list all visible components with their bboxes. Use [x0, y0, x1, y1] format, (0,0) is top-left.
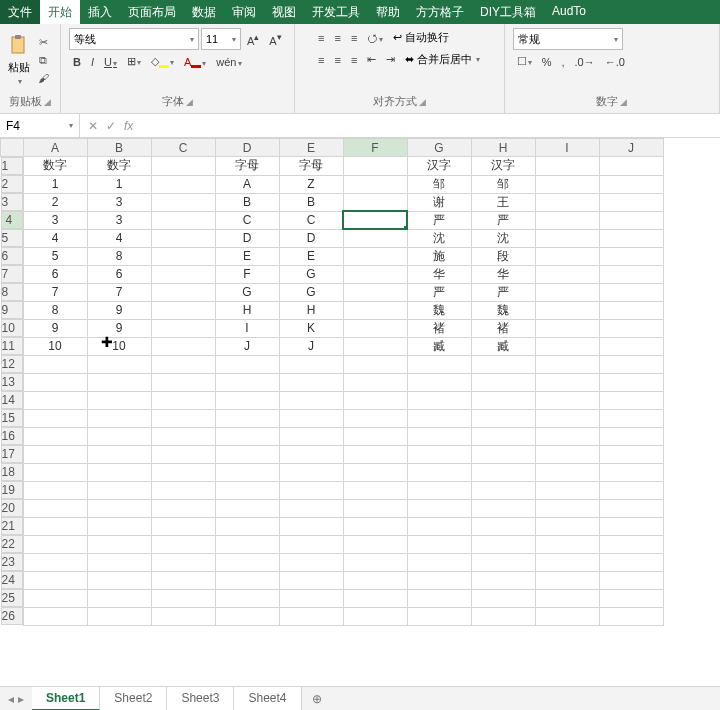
cell[interactable] [343, 427, 407, 445]
cell[interactable] [215, 445, 279, 463]
cell[interactable] [279, 589, 343, 607]
cell[interactable]: G [279, 265, 343, 283]
cell[interactable] [215, 553, 279, 571]
cell[interactable] [535, 157, 599, 176]
cell[interactable] [151, 157, 215, 176]
cell[interactable]: 6 [87, 265, 151, 283]
cell[interactable] [535, 337, 599, 355]
cell[interactable]: 严 [471, 283, 535, 301]
cell[interactable] [151, 229, 215, 247]
align-center-button[interactable]: ≡ [330, 52, 344, 68]
cell[interactable]: 数字 [87, 157, 151, 176]
row-header[interactable]: 7 [1, 265, 23, 283]
sheet-tab[interactable]: Sheet4 [234, 687, 301, 711]
cell[interactable] [599, 391, 663, 409]
cell[interactable]: K [279, 319, 343, 337]
cell[interactable] [23, 445, 87, 463]
cell[interactable] [599, 607, 663, 625]
row-header[interactable]: 10 [1, 319, 23, 337]
row-header[interactable]: 6 [1, 247, 23, 265]
row-header[interactable]: 5 [1, 229, 23, 247]
cell[interactable] [535, 445, 599, 463]
cell[interactable] [599, 229, 663, 247]
italic-button[interactable]: I [87, 54, 98, 70]
decrease-font-button[interactable]: A▾ [265, 29, 285, 49]
cell[interactable] [87, 553, 151, 571]
cell[interactable] [599, 301, 663, 319]
cell[interactable] [599, 175, 663, 193]
cell[interactable] [215, 463, 279, 481]
cell[interactable] [215, 535, 279, 553]
align-dialog-icon[interactable]: ◢ [419, 97, 426, 107]
cell[interactable] [151, 193, 215, 211]
cell[interactable] [23, 499, 87, 517]
tab-square[interactable]: 方方格子 [408, 0, 472, 24]
col-header-C[interactable]: C [151, 139, 215, 157]
cell[interactable] [215, 373, 279, 391]
cell[interactable] [215, 355, 279, 373]
row-header[interactable]: 9 [1, 301, 23, 319]
font-color-button[interactable]: A▾ [180, 54, 210, 70]
cell[interactable] [151, 175, 215, 193]
cell[interactable] [279, 481, 343, 499]
cell[interactable] [151, 337, 215, 355]
cell[interactable] [279, 427, 343, 445]
cell[interactable] [535, 283, 599, 301]
cell[interactable]: 10 [87, 337, 151, 355]
cell[interactable] [535, 247, 599, 265]
cell[interactable] [407, 391, 471, 409]
cell[interactable]: 臧 [407, 337, 471, 355]
cell[interactable] [151, 247, 215, 265]
cell[interactable] [151, 607, 215, 625]
cell[interactable]: 褚 [471, 319, 535, 337]
cell[interactable] [407, 571, 471, 589]
cell[interactable]: A [215, 175, 279, 193]
number-dialog-icon[interactable]: ◢ [620, 97, 627, 107]
cell[interactable] [151, 409, 215, 427]
cell[interactable] [87, 391, 151, 409]
cell[interactable]: 华 [407, 265, 471, 283]
col-header-F[interactable]: F [343, 139, 407, 157]
cell[interactable] [343, 175, 407, 193]
font-dialog-icon[interactable]: ◢ [186, 97, 193, 107]
increase-decimal-button[interactable]: .0→ [571, 54, 599, 70]
cell[interactable] [343, 571, 407, 589]
cell[interactable]: 9 [87, 319, 151, 337]
cell[interactable]: B [279, 193, 343, 211]
cell[interactable] [23, 391, 87, 409]
cell[interactable] [23, 607, 87, 625]
cell[interactable] [151, 589, 215, 607]
cell[interactable]: I [215, 319, 279, 337]
cell[interactable] [279, 463, 343, 481]
cell[interactable] [279, 517, 343, 535]
cell[interactable]: G [215, 283, 279, 301]
cell[interactable] [535, 553, 599, 571]
cell[interactable] [407, 499, 471, 517]
cell[interactable] [471, 499, 535, 517]
align-right-button[interactable]: ≡ [347, 52, 361, 68]
tab-aud[interactable]: AudTo [544, 0, 594, 24]
cell[interactable]: 2 [23, 193, 87, 211]
cell[interactable]: J [279, 337, 343, 355]
row-header[interactable]: 16 [1, 427, 23, 445]
cell[interactable]: 数字 [23, 157, 87, 176]
cell[interactable] [151, 445, 215, 463]
cell[interactable] [535, 301, 599, 319]
cell[interactable]: 汉字 [471, 157, 535, 176]
cell[interactable] [279, 409, 343, 427]
comma-button[interactable]: , [557, 54, 568, 70]
cell[interactable] [343, 229, 407, 247]
decrease-decimal-button[interactable]: ←.0 [601, 54, 629, 70]
phonetic-button[interactable]: wén▾ [212, 54, 245, 70]
cell[interactable] [87, 499, 151, 517]
cell[interactable] [535, 517, 599, 535]
cell[interactable] [407, 481, 471, 499]
clipboard-dialog-icon[interactable]: ◢ [44, 97, 51, 107]
tab-diy[interactable]: DIY工具箱 [472, 0, 544, 24]
cell[interactable] [471, 589, 535, 607]
cell[interactable] [599, 553, 663, 571]
tab-view[interactable]: 视图 [264, 0, 304, 24]
cell[interactable]: 魏 [471, 301, 535, 319]
cell[interactable] [343, 589, 407, 607]
cell[interactable]: 1 [87, 175, 151, 193]
